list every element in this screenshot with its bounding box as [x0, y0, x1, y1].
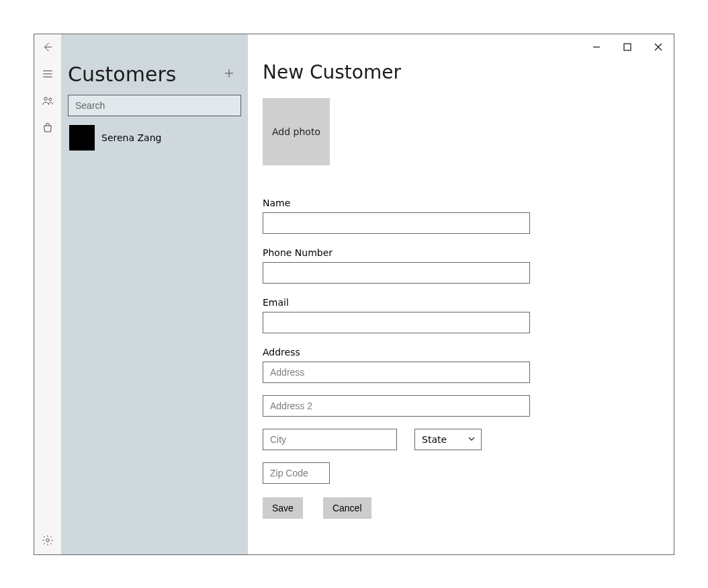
customer-list: Serena Zang — [61, 123, 248, 153]
address1-input[interactable] — [263, 362, 530, 383]
phone-input[interactable] — [263, 262, 530, 284]
email-input[interactable] — [263, 312, 530, 333]
name-input[interactable] — [263, 212, 530, 234]
svg-point-2 — [46, 538, 50, 542]
add-customer-button[interactable] — [217, 62, 241, 86]
avatar — [69, 125, 95, 151]
form-button-row: Save Cancel — [263, 497, 660, 519]
phone-label: Phone Number — [263, 247, 660, 258]
minimize-button[interactable] — [581, 34, 612, 61]
zip-input[interactable] — [263, 462, 330, 484]
close-icon — [654, 42, 662, 53]
state-select[interactable]: State — [414, 429, 482, 450]
nav-orders[interactable] — [34, 115, 61, 142]
add-photo-button[interactable]: Add photo — [263, 98, 330, 165]
save-button[interactable]: Save — [263, 497, 303, 519]
name-label: Name — [263, 198, 660, 208]
nav-rail — [34, 34, 61, 554]
maximize-icon — [623, 42, 631, 53]
main-content: New Customer Add photo Name Phone Number… — [248, 34, 674, 554]
address-label: Address — [263, 347, 660, 358]
nav-customers[interactable] — [34, 88, 61, 115]
email-label: Email — [263, 297, 660, 308]
list-title: Customers — [68, 62, 217, 86]
email-field-block: Email — [263, 297, 660, 333]
app-window: Customers Serena Zang — [34, 34, 674, 555]
hamburger-button[interactable] — [34, 61, 61, 88]
address2-input[interactable] — [263, 395, 530, 417]
phone-field-block: Phone Number — [263, 247, 660, 284]
search-input[interactable] — [68, 95, 241, 116]
gear-icon — [42, 534, 54, 548]
back-button[interactable] — [34, 34, 61, 61]
name-field-block: Name — [263, 198, 660, 234]
cancel-button[interactable]: Cancel — [323, 497, 371, 519]
close-button[interactable] — [643, 34, 674, 61]
window-controls — [581, 34, 674, 61]
shopping-bag-icon — [42, 122, 54, 136]
list-item[interactable]: Serena Zang — [64, 124, 245, 151]
customer-list-panel: Customers Serena Zang — [61, 34, 248, 554]
minimize-icon — [592, 42, 601, 53]
list-header: Customers — [61, 34, 248, 95]
chevron-down-icon — [468, 434, 476, 445]
nav-settings[interactable] — [34, 528, 61, 554]
state-select-label: State — [422, 434, 447, 445]
page-title: New Customer — [263, 61, 660, 83]
customer-name: Serena Zang — [101, 132, 161, 143]
plus-icon — [223, 67, 235, 81]
svg-point-0 — [44, 97, 48, 100]
city-input[interactable] — [263, 429, 397, 450]
hamburger-icon — [42, 68, 54, 82]
svg-point-1 — [49, 97, 52, 100]
back-arrow-icon — [42, 41, 54, 55]
add-photo-label: Add photo — [272, 126, 320, 137]
maximize-button[interactable] — [612, 34, 643, 61]
address-field-block: Address State — [263, 347, 660, 484]
people-icon — [42, 95, 54, 109]
svg-rect-3 — [624, 44, 631, 50]
